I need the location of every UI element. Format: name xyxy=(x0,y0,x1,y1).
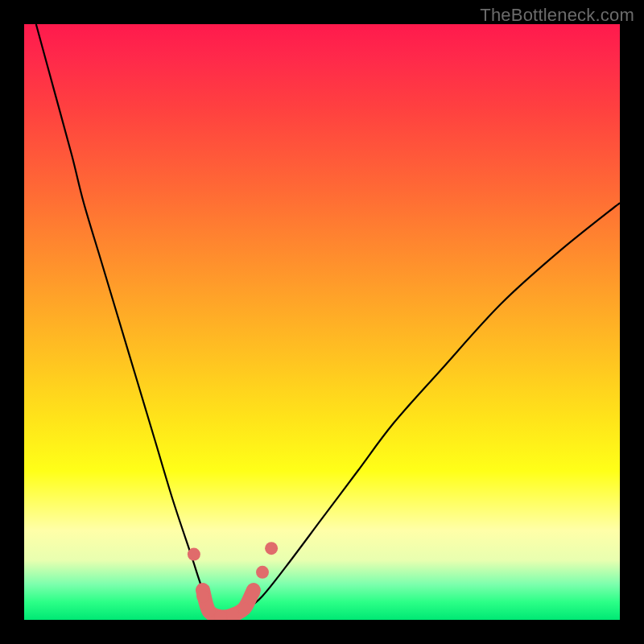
highlight-dot xyxy=(202,605,215,617)
watermark-text: TheBottleneck.com xyxy=(480,5,634,26)
chart-frame: TheBottleneck.com xyxy=(0,0,644,644)
highlight-dot xyxy=(247,587,260,600)
highlight-dot xyxy=(188,548,200,561)
curve-svg xyxy=(24,24,620,620)
highlight-dot xyxy=(238,603,251,616)
highlight-dot xyxy=(256,566,269,579)
bottleneck-curve xyxy=(36,24,620,620)
highlight-dot xyxy=(196,589,209,602)
plot-area xyxy=(24,24,620,620)
highlight-dot xyxy=(265,542,278,555)
bottleneck-curve-path xyxy=(36,24,620,620)
